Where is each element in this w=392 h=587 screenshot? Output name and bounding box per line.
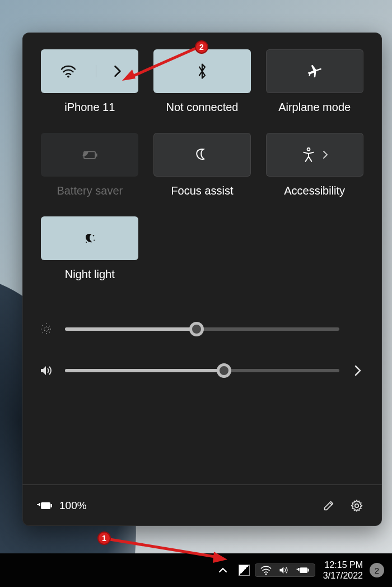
accessibility-label: Accessibility <box>284 184 345 197</box>
taskbar: 12:15 PM 3/17/2022 2 <box>0 553 392 587</box>
svg-point-3 <box>307 148 310 151</box>
battery-saver-tile <box>41 133 138 177</box>
brightness-slider[interactable] <box>65 327 339 331</box>
svg-rect-2 <box>96 154 97 157</box>
moon-icon <box>195 147 209 162</box>
contrast-icon <box>239 565 250 576</box>
accessibility-icon <box>301 147 316 163</box>
volume-fill <box>65 369 224 372</box>
volume-icon <box>38 364 55 377</box>
quick-settings-panel: iPhone 11 Not connected Airplane mode Ba… <box>22 33 382 526</box>
airplane-tile-wrap: Airplane mode <box>263 49 366 127</box>
svg-point-6 <box>94 240 95 241</box>
plug-battery-icon <box>36 500 54 512</box>
notification-count-badge[interactable]: 2 <box>370 563 384 577</box>
edit-button[interactable] <box>317 494 340 517</box>
tray-overflow-button[interactable] <box>212 557 234 583</box>
battery-saver-tile-wrap: Battery saver <box>38 133 142 211</box>
battery-leaf-icon <box>80 148 99 161</box>
svg-rect-24 <box>300 567 307 573</box>
annotation-badge-1: 1 <box>97 531 111 545</box>
brightness-fill <box>65 327 197 331</box>
svg-rect-16 <box>41 502 50 509</box>
bluetooth-label: Not connected <box>166 101 239 114</box>
focus-assist-tile-wrap: Focus assist <box>151 133 254 211</box>
taskbar-clock[interactable]: 12:15 PM 3/17/2022 <box>323 560 363 581</box>
brightness-slider-row <box>38 322 366 336</box>
pencil-icon <box>323 500 335 512</box>
volume-expand-button[interactable] <box>349 365 366 376</box>
battery-text: 100% <box>59 500 87 512</box>
wifi-tile[interactable] <box>41 49 138 93</box>
plug-battery-icon <box>296 565 310 575</box>
chevron-right-icon <box>354 365 361 376</box>
volume-slider[interactable] <box>65 369 339 372</box>
airplane-tile[interactable] <box>266 49 363 93</box>
battery-status[interactable]: 100% <box>36 500 87 512</box>
wifi-icon <box>60 64 77 78</box>
focus-assist-label: Focus assist <box>171 184 233 197</box>
volume-slider-row <box>38 364 366 377</box>
volume-icon <box>278 565 290 575</box>
settings-button[interactable] <box>345 494 368 517</box>
svg-line-12 <box>43 325 44 326</box>
chevron-right-icon <box>114 65 122 77</box>
wifi-label: iPhone 11 <box>64 101 115 114</box>
night-light-tile-wrap: Night light <box>38 216 142 294</box>
svg-point-18 <box>355 503 358 507</box>
svg-rect-17 <box>51 504 53 507</box>
wifi-icon <box>260 565 272 575</box>
svg-point-23 <box>265 574 267 575</box>
airplane-label: Airplane mode <box>278 101 351 114</box>
chevron-up-icon <box>218 567 227 574</box>
svg-line-15 <box>49 325 50 326</box>
svg-point-0 <box>67 76 69 78</box>
sliders-section <box>22 300 382 400</box>
accessibility-tile[interactable] <box>266 133 363 177</box>
svg-point-7 <box>44 327 49 331</box>
gear-icon <box>350 499 363 512</box>
night-light-label: Night light <box>65 268 115 281</box>
bluetooth-tile-wrap: Not connected <box>151 49 254 127</box>
quick-settings-tray-button[interactable] <box>255 563 315 577</box>
wifi-toggle[interactable] <box>41 64 95 78</box>
chevron-right-icon <box>323 150 328 159</box>
taskbar-time: 12:15 PM <box>323 560 363 570</box>
svg-line-14 <box>43 332 44 333</box>
taskbar-date: 3/17/2022 <box>323 570 363 581</box>
brightness-thumb[interactable] <box>189 322 204 336</box>
svg-point-5 <box>86 242 87 243</box>
system-tray: 12:15 PM 3/17/2022 2 <box>212 557 384 583</box>
airplane-icon <box>306 63 323 80</box>
bluetooth-tile[interactable] <box>153 49 251 93</box>
brightness-icon <box>38 322 55 336</box>
svg-point-4 <box>93 235 94 236</box>
tiles-grid: iPhone 11 Not connected Airplane mode Ba… <box>22 33 382 300</box>
volume-thumb[interactable] <box>217 363 231 378</box>
focus-assist-tile[interactable] <box>153 133 251 177</box>
tray-app-icon[interactable] <box>234 557 255 583</box>
night-icon <box>82 230 97 246</box>
annotation-badge-2: 2 <box>195 40 208 54</box>
panel-footer: 100% <box>22 484 382 526</box>
svg-line-13 <box>49 332 50 333</box>
accessibility-tile-wrap: Accessibility <box>263 133 366 211</box>
bluetooth-icon <box>197 63 208 80</box>
night-light-tile[interactable] <box>41 216 138 260</box>
wifi-expand-button[interactable] <box>96 65 139 77</box>
svg-rect-25 <box>307 569 309 572</box>
battery-saver-label: Battery saver <box>57 184 123 197</box>
wifi-tile-wrap: iPhone 11 <box>38 49 142 127</box>
